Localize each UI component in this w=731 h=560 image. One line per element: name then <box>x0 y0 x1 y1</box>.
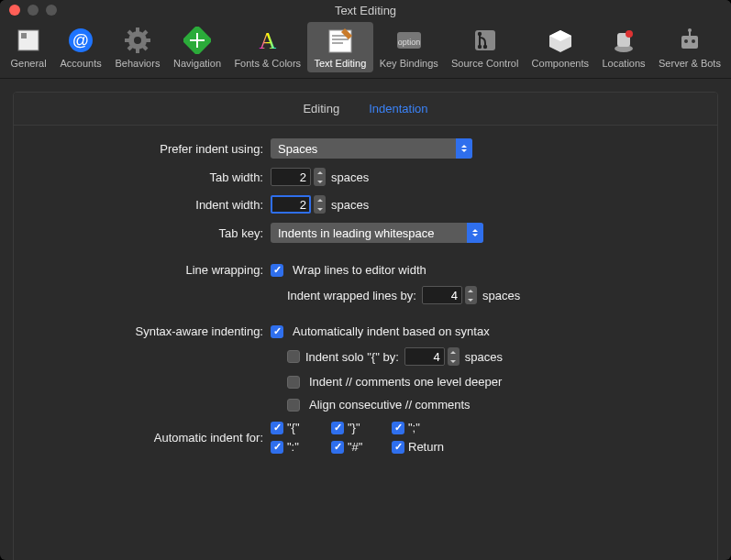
syntax-label: Syntax-aware indenting: <box>32 324 271 338</box>
align-comments-checkbox[interactable] <box>287 399 300 412</box>
toolbar-locations[interactable]: Locations <box>595 22 652 72</box>
svg-text:option: option <box>397 38 420 47</box>
toolbar-source-control[interactable]: Source Control <box>445 22 525 72</box>
fonts-colors-icon: A <box>253 26 282 55</box>
token-lbrace-label: "{" <box>287 421 300 434</box>
toolbar-components[interactable]: Components <box>525 22 595 72</box>
wrap-lines-text: Wrap lines to editor width <box>293 263 426 277</box>
content-panel: Editing Indentation Prefer indent using:… <box>13 92 718 560</box>
indent-width-field <box>271 195 326 214</box>
token-hash-label: "#" <box>348 440 362 454</box>
sub-tabs: Editing Indentation <box>14 93 717 126</box>
indent-width-stepper[interactable] <box>314 195 326 214</box>
toolbar-text-editing[interactable]: Text Editing <box>307 22 372 72</box>
accounts-icon: @ <box>66 26 95 55</box>
close-button[interactable] <box>9 5 20 16</box>
toolbar-server-bots[interactable]: Server & Bots <box>652 22 727 72</box>
minimize-button[interactable] <box>28 5 39 16</box>
row-syntax: Syntax-aware indenting: Automatically in… <box>32 324 699 338</box>
syntax-auto-checkbox[interactable] <box>271 325 283 338</box>
components-icon <box>546 26 575 55</box>
toolbar-label: General <box>10 58 46 69</box>
token-grid: "{" "}" ";" ":" "#" Return <box>271 421 457 454</box>
toolbar-label: Key Bindings <box>380 58 438 69</box>
indent-wrapped-input[interactable] <box>422 286 462 304</box>
token-semi-checkbox[interactable] <box>392 422 404 434</box>
tab-key-select[interactable]: Indents in leading whitespace <box>271 223 483 243</box>
token-rbrace-checkbox[interactable] <box>331 422 344 434</box>
wrap-lines-checkbox[interactable] <box>271 264 283 277</box>
token-colon-checkbox[interactable] <box>271 441 283 454</box>
svg-point-35 <box>684 39 688 43</box>
row-align-comments: Align consecutive // comments <box>32 398 699 412</box>
indent-width-label: Indent width: <box>32 198 271 212</box>
prefer-indent-value: Spaces <box>278 142 317 156</box>
token-hash-checkbox[interactable] <box>331 441 344 454</box>
toolbar-label: Server & Bots <box>659 58 721 69</box>
toolbar-label: Components <box>532 58 589 69</box>
traffic-lights <box>0 5 57 16</box>
prefer-indent-select[interactable]: Spaces <box>271 138 472 159</box>
toolbar-behaviors[interactable]: Behaviors <box>108 22 167 72</box>
chevron-updown-icon <box>467 223 483 243</box>
tab-width-stepper[interactable] <box>314 168 326 186</box>
toolbar-label: Locations <box>602 58 645 69</box>
svg-line-13 <box>143 31 147 35</box>
row-indent-wrapped: Indent wrapped lines by: spaces <box>32 286 699 304</box>
svg-line-11 <box>143 46 147 49</box>
toolbar-accounts[interactable]: @ Accounts <box>53 22 108 72</box>
indent-solo-stepper[interactable] <box>448 347 460 366</box>
source-control-icon <box>471 26 500 55</box>
row-indent-width: Indent width: spaces <box>32 195 699 214</box>
toolbar-key-bindings[interactable]: option Key Bindings <box>373 22 446 72</box>
toolbar: General @ Accounts Behaviors Navigation … <box>0 20 731 79</box>
toolbar-general[interactable]: General <box>4 22 53 72</box>
tab-width-field <box>271 168 326 186</box>
svg-point-36 <box>692 39 695 43</box>
unit-spaces: spaces <box>331 170 369 184</box>
svg-point-28 <box>483 45 487 49</box>
tab-editing[interactable]: Editing <box>303 102 339 115</box>
zoom-button[interactable] <box>46 5 57 16</box>
row-indent-solo: Indent solo "{" by: spaces <box>32 347 699 366</box>
indent-solo-checkbox[interactable] <box>287 350 300 363</box>
line-wrapping-label: Line wrapping: <box>32 263 271 277</box>
indent-solo-input[interactable] <box>404 347 445 366</box>
row-indent-comments: Indent // comments one level deeper <box>32 375 699 389</box>
row-tab-key: Tab key: Indents in leading whitespace <box>32 223 699 243</box>
unit-spaces: spaces <box>465 350 503 364</box>
toolbar-label: Text Editing <box>314 58 366 69</box>
behaviors-icon <box>123 26 152 55</box>
navigation-icon <box>183 26 212 55</box>
svg-point-5 <box>134 37 141 44</box>
indent-comments-checkbox[interactable] <box>287 376 300 389</box>
tab-key-label: Tab key: <box>32 226 271 240</box>
key-bindings-icon: option <box>394 26 424 55</box>
tab-width-input[interactable] <box>271 168 311 186</box>
titlebar: Text Editing <box>0 0 731 20</box>
indent-wrapped-stepper[interactable] <box>465 286 477 304</box>
server-bots-icon <box>675 26 704 55</box>
svg-line-12 <box>128 46 132 49</box>
window-title: Text Editing <box>0 4 731 17</box>
auto-indent-for-label: Automatic indent for: <box>32 431 271 445</box>
svg-text:A: A <box>259 27 276 54</box>
tab-key-value: Indents in leading whitespace <box>278 226 435 240</box>
text-editing-icon <box>326 26 355 55</box>
toolbar-fonts-colors[interactable]: A Fonts & Colors <box>227 22 307 72</box>
token-semi-label: ";" <box>408 421 420 434</box>
token-return-checkbox[interactable] <box>392 441 404 454</box>
token-rbrace-label: "}" <box>348 421 360 434</box>
toolbar-label: Navigation <box>173 58 221 69</box>
token-return-label: Return <box>408 440 444 454</box>
unit-spaces: spaces <box>482 289 520 302</box>
prefer-indent-label: Prefer indent using: <box>32 142 271 156</box>
token-lbrace-checkbox[interactable] <box>271 422 283 434</box>
indent-solo-field <box>404 347 460 366</box>
preferences-window: Text Editing General @ Accounts Behavior… <box>0 0 731 560</box>
svg-point-26 <box>478 32 482 36</box>
tab-indentation[interactable]: Indentation <box>369 102 427 115</box>
row-prefer-indent: Prefer indent using: Spaces <box>32 138 699 159</box>
indent-width-input[interactable] <box>271 195 311 214</box>
toolbar-navigation[interactable]: Navigation <box>167 22 228 72</box>
